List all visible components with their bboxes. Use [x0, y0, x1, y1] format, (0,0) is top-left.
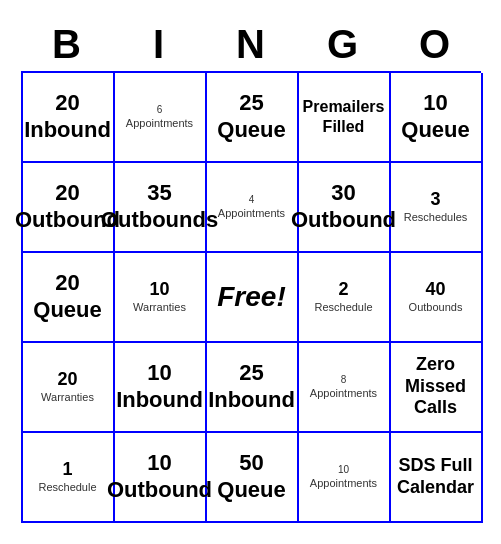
- bingo-card: BINGO 20Inbound6Appointments25QueuePrema…: [11, 12, 491, 533]
- cell-number: 10: [149, 279, 169, 301]
- cell-text: 10Queue: [401, 90, 469, 143]
- cell-label: Appointments: [218, 206, 285, 220]
- bingo-cell: 10Queue: [391, 73, 483, 163]
- cell-number: 3: [430, 189, 440, 211]
- cell-text: PremailersFilled: [303, 97, 385, 135]
- cell-text: SDS FullCalendar: [397, 455, 474, 498]
- header-letter: G: [299, 22, 387, 67]
- cell-text: 35Outbounds: [101, 180, 218, 233]
- header-letter: O: [391, 22, 479, 67]
- header-letter: I: [115, 22, 203, 67]
- cell-label: Appointments: [310, 386, 377, 400]
- cell-text: 10Outbound: [107, 450, 212, 503]
- bingo-cell: 20Inbound: [23, 73, 115, 163]
- cell-label: Reschedule: [314, 300, 372, 314]
- cell-label: Warranties: [41, 390, 94, 404]
- bingo-cell: 1Reschedule: [23, 433, 115, 523]
- cell-text: 50Queue: [217, 450, 285, 503]
- bingo-header: BINGO: [21, 22, 481, 67]
- bingo-cell: 25Inbound: [207, 343, 299, 433]
- bingo-cell: Free!: [207, 253, 299, 343]
- bingo-cell: 3Reschedules: [391, 163, 483, 253]
- header-letter: N: [207, 22, 295, 67]
- bingo-cell: 20Queue: [23, 253, 115, 343]
- bingo-cell: 4Appointments: [207, 163, 299, 253]
- bingo-cell: ZeroMissedCalls: [391, 343, 483, 433]
- cell-number: 4: [249, 193, 255, 206]
- bingo-cell: 10Outbound: [115, 433, 207, 523]
- cell-text: 20Inbound: [24, 90, 111, 143]
- cell-text: ZeroMissedCalls: [405, 354, 466, 419]
- free-space: Free!: [217, 281, 285, 313]
- cell-text: 30Outbound: [291, 180, 396, 233]
- cell-label: Warranties: [133, 300, 186, 314]
- bingo-cell: 2Reschedule: [299, 253, 391, 343]
- cell-label: Reschedules: [404, 210, 468, 224]
- header-letter: B: [23, 22, 111, 67]
- bingo-cell: SDS FullCalendar: [391, 433, 483, 523]
- bingo-cell: 50Queue: [207, 433, 299, 523]
- bingo-cell: 40Outbounds: [391, 253, 483, 343]
- cell-text: 10Inbound: [116, 360, 203, 413]
- bingo-cell: 35Outbounds: [115, 163, 207, 253]
- cell-text: 25Inbound: [208, 360, 295, 413]
- cell-label: Appointments: [126, 116, 193, 130]
- bingo-cell: 10Inbound: [115, 343, 207, 433]
- cell-text: 20Queue: [33, 270, 101, 323]
- cell-number: 10: [338, 463, 349, 476]
- bingo-cell: 10Appointments: [299, 433, 391, 523]
- cell-text: 25Queue: [217, 90, 285, 143]
- bingo-cell: 8Appointments: [299, 343, 391, 433]
- cell-label: Reschedule: [38, 480, 96, 494]
- bingo-cell: 30Outbound: [299, 163, 391, 253]
- bingo-cell: 10Warranties: [115, 253, 207, 343]
- cell-number: 8: [341, 373, 347, 386]
- bingo-cell: 25Queue: [207, 73, 299, 163]
- cell-number: 1: [62, 459, 72, 481]
- cell-number: 20: [57, 369, 77, 391]
- cell-label: Outbounds: [409, 300, 463, 314]
- cell-number: 2: [338, 279, 348, 301]
- bingo-cell: 6Appointments: [115, 73, 207, 163]
- bingo-cell: 20Warranties: [23, 343, 115, 433]
- bingo-grid: 20Inbound6Appointments25QueuePremailersF…: [21, 71, 481, 523]
- cell-number: 40: [425, 279, 445, 301]
- bingo-cell: PremailersFilled: [299, 73, 391, 163]
- cell-number: 6: [157, 103, 163, 116]
- cell-label: Appointments: [310, 476, 377, 490]
